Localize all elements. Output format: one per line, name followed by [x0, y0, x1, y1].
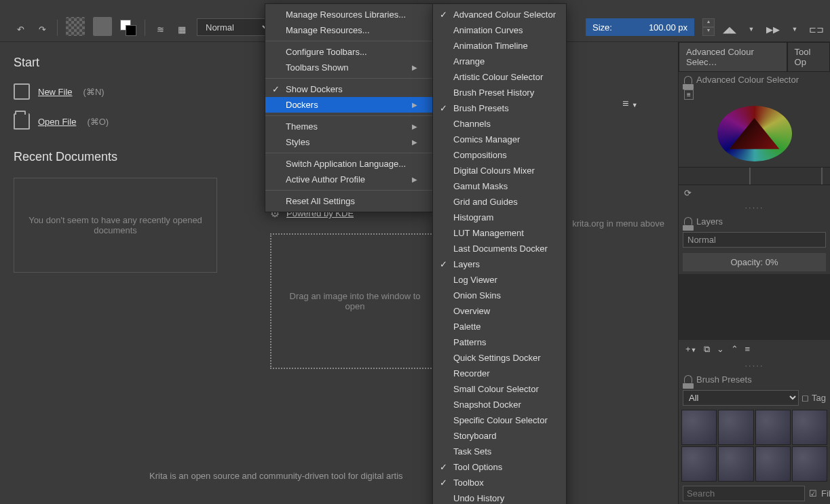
fg-bg-swap-icon[interactable]	[120, 20, 136, 36]
brush-preset[interactable]	[755, 446, 791, 482]
tab-tool-options[interactable]: Tool Op	[787, 42, 830, 72]
menu-item-arrange[interactable]: Arrange	[433, 54, 566, 69]
menu-item-artistic-colour-selector[interactable]: Artistic Colour Selector	[433, 69, 566, 85]
menu-item-gamut-masks[interactable]: Gamut Masks	[433, 178, 566, 194]
size-spinner[interactable]: ▲▼	[702, 18, 715, 36]
menu-item-patterns[interactable]: Patterns	[433, 334, 566, 350]
brush-preset[interactable]	[792, 446, 827, 482]
mirror-v-icon[interactable]: ▶▶	[766, 22, 780, 36]
brush-preset[interactable]	[681, 410, 717, 445]
move-down-icon[interactable]: ⌄	[717, 344, 724, 355]
move-up-icon[interactable]: ⌃	[731, 344, 738, 355]
properties-icon[interactable]: ≡	[745, 344, 751, 355]
menu-item-small-colour-selector[interactable]: Small Colour Selector	[433, 381, 566, 397]
menu-item-animation-curves[interactable]: Animation Curves	[433, 22, 566, 38]
menu-item-log-viewer[interactable]: Log Viewer	[433, 272, 566, 288]
menu-item-brush-presets[interactable]: ✓Brush Presets	[433, 100, 566, 116]
bookmark-icon[interactable]: ◻	[801, 393, 809, 403]
menu-item-brush-preset-history[interactable]: Brush Preset History	[433, 85, 566, 100]
new-file-label[interactable]: New File	[38, 87, 73, 97]
menu-item-animation-timeline[interactable]: Animation Timeline	[433, 38, 566, 54]
menu-item-overview[interactable]: Overview	[433, 303, 566, 319]
open-file-label[interactable]: Open File	[38, 117, 76, 127]
shortcut: (⌘N)	[83, 87, 105, 97]
check-icon: ✓	[272, 84, 280, 94]
menu-item-themes[interactable]: Themes▶	[265, 119, 432, 134]
opacity-slider[interactable]: Opacity: 0%	[683, 253, 826, 271]
undo-icon[interactable]: ↶	[14, 22, 27, 36]
color-wheel[interactable]	[717, 106, 792, 161]
chevron-down-icon[interactable]: ▼	[744, 22, 758, 36]
wrap-icon[interactable]: ⊏⊐	[810, 22, 823, 36]
menu-item-recorder[interactable]: Recorder	[433, 366, 566, 381]
layer-blend-select[interactable]: Normal	[683, 232, 826, 248]
menu-item-comics-manager[interactable]: Comics Manager	[433, 132, 566, 147]
filter-checkbox[interactable]: ☑	[809, 488, 817, 499]
mirror-h-icon[interactable]: ◢◣	[723, 22, 736, 36]
blend-mode-select[interactable]: Normal	[197, 18, 271, 36]
texture-swatch[interactable]	[93, 17, 112, 36]
settings-icon[interactable]: ≡	[684, 90, 694, 100]
lock-icon[interactable]	[684, 217, 692, 225]
menu-item-reset-all-settings[interactable]: Reset All Settings	[265, 193, 432, 209]
lock-icon[interactable]	[684, 76, 692, 84]
menu-item-active-author-profile[interactable]: Active Author Profile▶	[265, 172, 432, 187]
open-file-link[interactable]: Open File (⌘O)	[14, 113, 243, 130]
menu-item-tool-options[interactable]: ✓Tool Options	[433, 459, 566, 475]
menu-item-grid-and-guides[interactable]: Grid and Guides	[433, 194, 566, 210]
menu-item-toolbars-shown[interactable]: Toolbars Shown▶	[265, 60, 432, 75]
menu-item-channels[interactable]: Channels	[433, 116, 566, 132]
menu-item-dockers[interactable]: Dockers▶	[265, 97, 432, 113]
tab-advanced-colour[interactable]: Advanced Colour Selec…	[679, 42, 787, 72]
brush-preset[interactable]	[718, 446, 753, 482]
brush-size-field[interactable]: Size: 100.00 px	[586, 18, 694, 36]
menu-item-configure-toolbars[interactable]: Configure Toolbars...	[265, 44, 432, 60]
add-layer-icon[interactable]: +▼	[685, 344, 697, 355]
new-file-link[interactable]: New File (⌘N)	[14, 83, 243, 100]
pattern-swatch[interactable]	[66, 17, 85, 36]
layer-list[interactable]	[679, 274, 830, 340]
panel-grip[interactable]: ·····	[679, 201, 830, 214]
duplicate-layer-icon[interactable]: ⧉	[704, 344, 710, 355]
menu-item-last-documents-docker[interactable]: Last Documents Docker	[433, 241, 566, 256]
menu-item-manage-resources-libraries[interactable]: Manage Resources Libraries...	[265, 7, 432, 22]
menu-item-styles[interactable]: Styles▶	[265, 134, 432, 150]
chevron-down-icon[interactable]: ▼	[788, 22, 801, 36]
brush-preset[interactable]	[755, 410, 791, 445]
menu-item-lut-management[interactable]: LUT Management	[433, 225, 566, 241]
menu-item-manage-resources[interactable]: Manage Resources...	[265, 22, 432, 38]
menu-item-quick-settings-docker[interactable]: Quick Settings Docker	[433, 350, 566, 366]
view-mode-icon[interactable]: ≡ ▼	[622, 98, 638, 110]
menu-item-show-dockers[interactable]: ✓Show Dockers	[265, 81, 432, 97]
menu-item-storyboard[interactable]: Storyboard	[433, 428, 566, 444]
menu-item-toolbox[interactable]: ✓Toolbox	[433, 475, 566, 490]
menu-item-specific-colour-selector[interactable]: Specific Colour Selector	[433, 412, 566, 428]
brush-preset[interactable]	[681, 446, 717, 482]
menu-item-compositions[interactable]: Compositions	[433, 147, 566, 163]
menu-item-onion-skins[interactable]: Onion Skins	[433, 288, 566, 303]
menu-item-advanced-colour-selector[interactable]: ✓Advanced Colour Selector	[433, 7, 566, 22]
menu-item-layers[interactable]: ✓Layers	[433, 256, 566, 272]
curves-icon[interactable]: ≋	[153, 22, 167, 36]
brush-preset[interactable]	[792, 410, 827, 445]
grid-icon[interactable]: ▦	[175, 22, 189, 36]
settings-menu: Manage Resources Libraries...Manage Reso…	[265, 3, 433, 212]
menu-item-undo-history[interactable]: Undo History	[433, 490, 566, 504]
lock-icon[interactable]	[684, 375, 692, 383]
redo-icon[interactable]: ↷	[35, 22, 49, 36]
refresh-icon[interactable]: ⟳	[679, 185, 830, 201]
tag-filter-select[interactable]: All	[683, 390, 799, 406]
search-input[interactable]	[683, 486, 805, 501]
menu-item-histogram[interactable]: Histogram	[433, 210, 566, 225]
menu-item-palette[interactable]: Palette	[433, 319, 566, 334]
menu-item-snapshot-docker[interactable]: Snapshot Docker	[433, 397, 566, 412]
submenu-arrow-icon: ▶	[412, 123, 417, 130]
brush-preset[interactable]	[718, 410, 753, 445]
menu-item-digital-colours-mixer[interactable]: Digital Colours Mixer	[433, 163, 566, 178]
panel-grip[interactable]: ·····	[679, 359, 830, 372]
menu-item-label: Last Documents Docker	[453, 244, 548, 254]
drop-zone[interactable]: Drag an image into the window to open	[270, 233, 440, 369]
color-sliders[interactable]	[679, 167, 830, 185]
menu-item-switch-application-language[interactable]: Switch Application Language...	[265, 156, 432, 172]
menu-item-task-sets[interactable]: Task Sets	[433, 444, 566, 459]
